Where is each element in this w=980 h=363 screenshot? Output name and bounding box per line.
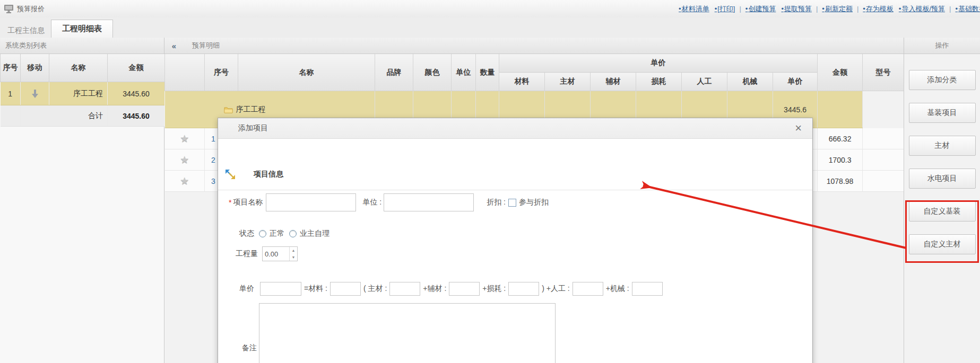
bullet: •	[715, 5, 717, 13]
bullet: •	[955, 5, 958, 13]
col-material: 材料	[499, 73, 545, 91]
dialog-body: 项目信息 * 项目名称 单位 : 折扣 : 参与折扣 状态 正常 业主自理	[218, 139, 812, 363]
col-aux-material: 辅材	[591, 73, 636, 91]
col-main-material: 主材	[545, 73, 591, 91]
star-icon[interactable]: ★	[180, 154, 189, 165]
plumbing-electric-item-button[interactable]: 水电项目	[909, 169, 976, 189]
bullet: •	[822, 5, 825, 13]
formula-aux-material-label: +辅材 :	[423, 284, 446, 294]
tab-project-main-info[interactable]: 工程主信息	[7, 26, 45, 36]
category-amount: 3445.60	[108, 82, 165, 105]
operations-title: 操作	[935, 41, 949, 50]
col-color: 颜色	[413, 54, 452, 91]
collapse-sidebar-button[interactable]: «	[169, 40, 179, 51]
empty-cell	[863, 128, 904, 149]
unit-price-formula-row: 单价 =材料 : ( 主材 : +辅材 : +损耗 : ) +人工 : +机械 …	[239, 282, 663, 296]
status-label: 状态	[239, 229, 254, 238]
link-label: [打印]	[717, 4, 735, 14]
link-save-as-template[interactable]: •存为模板	[863, 4, 894, 14]
project-name-input[interactable]	[266, 193, 356, 211]
link-create-budget[interactable]: •创建预算	[745, 4, 776, 14]
link-separator: |	[816, 5, 818, 13]
col-seq: 序号	[205, 54, 238, 91]
status-owner-radio[interactable]	[289, 230, 297, 237]
name-unit-discount-row: * 项目名称 单位 : 折扣 : 参与折扣	[229, 193, 549, 211]
material-input[interactable]	[330, 282, 361, 296]
tab-project-detail[interactable]: 工程明细表	[51, 20, 113, 38]
category-table-header: 序号 移动 名称 金额	[1, 54, 165, 82]
machine-input[interactable]	[632, 282, 663, 296]
star-icon[interactable]: ★	[180, 133, 189, 144]
link-base-data[interactable]: •基础数据	[955, 4, 980, 14]
quantity-stepper: ▲ ▼	[262, 246, 298, 261]
quantity-input[interactable]	[263, 247, 289, 261]
project-info-icon	[224, 169, 236, 180]
col-loss: 损耗	[636, 73, 682, 91]
total-label: 合计	[49, 105, 108, 127]
project-info-section-header: 项目信息	[224, 169, 283, 180]
discount-checkbox[interactable]	[508, 199, 516, 207]
app-title-text: 预算报价	[17, 4, 45, 14]
spinner-down-icon[interactable]: ▼	[290, 254, 297, 261]
link-import-template[interactable]: •导入模板/预算	[899, 4, 945, 14]
bullet: •	[679, 5, 681, 13]
category-row-selected[interactable]: 1 序工工程 3445.60	[1, 82, 165, 105]
status-row: 状态 正常 业主自理	[239, 229, 329, 238]
empty-cell	[21, 105, 49, 127]
formula-machine-label: +机械 :	[606, 284, 629, 294]
quantity-label: 工程量	[236, 249, 258, 259]
link-print[interactable]: •[打印]	[715, 4, 735, 14]
loss-input[interactable]	[508, 282, 539, 296]
category-move-cell	[21, 82, 49, 105]
col-unit: 单位	[452, 54, 476, 91]
main-material-input[interactable]	[389, 282, 420, 296]
move-down-icon[interactable]	[21, 90, 48, 98]
operations-header: 操作	[904, 38, 980, 54]
col-model: 型号	[863, 54, 904, 91]
close-icon[interactable]: ×	[795, 123, 802, 134]
dialog-header: 添加项目 ×	[218, 118, 812, 139]
formula-main-material-label: ( 主材 :	[363, 284, 387, 294]
col-amount: 金额	[108, 54, 165, 82]
link-separator: |	[857, 5, 858, 13]
add-category-button[interactable]: 添加分类	[909, 70, 976, 90]
unit-input[interactable]	[384, 193, 474, 211]
col-move: 移动	[21, 54, 49, 82]
status-normal-radio[interactable]	[259, 230, 266, 237]
col-seq: 序号	[1, 54, 21, 82]
bullet: •	[899, 5, 901, 13]
link-extract-budget[interactable]: •提取预算	[781, 4, 812, 14]
link-separator: |	[739, 5, 741, 13]
custom-base-decoration-button[interactable]: 自定义基装	[909, 201, 976, 222]
custom-main-material-button[interactable]: 自定义主材	[909, 234, 976, 254]
col-unit-price-group: 单价	[499, 54, 818, 73]
toolbar-links: •材料清单 •[打印] | •创建预算 •提取预算 | •刷新定额 | •存为模…	[676, 0, 980, 17]
spinner-up-icon[interactable]: ▲	[290, 247, 297, 254]
item-amount: 666.32	[818, 128, 863, 149]
main-material-button[interactable]: 主材	[909, 136, 976, 156]
labor-input[interactable]	[573, 282, 603, 296]
star-icon[interactable]: ★	[180, 175, 189, 187]
aux-material-input[interactable]	[449, 282, 480, 296]
col-name: 名称	[49, 54, 108, 82]
base-decoration-item-button[interactable]: 基装项目	[909, 103, 976, 123]
category-sidebar-header: 系统类别列表	[0, 38, 164, 54]
discount-label: 折扣 :	[487, 198, 506, 207]
tab-label: 工程明细表	[62, 24, 102, 34]
link-label: 基础数据	[958, 4, 980, 14]
link-label: 存为模板	[866, 4, 894, 14]
link-material-list[interactable]: •材料清单	[679, 4, 709, 14]
col-qty: 数量	[476, 54, 499, 91]
unit-label: 单位 :	[362, 198, 381, 207]
unit-price-input[interactable]	[260, 282, 301, 296]
link-refresh-quota[interactable]: •刷新定额	[822, 4, 853, 14]
col-name: 名称	[238, 54, 375, 91]
link-label: 刷新定额	[825, 4, 853, 14]
remark-textarea[interactable]	[259, 303, 556, 363]
item-amount: 1700.3	[818, 149, 863, 171]
budget-detail-header: « 预算明细	[164, 38, 904, 54]
folder-icon	[224, 106, 233, 113]
status-normal-label: 正常	[270, 229, 284, 238]
formula-material-label: =材料 :	[304, 284, 327, 294]
empty-cell	[818, 91, 863, 128]
